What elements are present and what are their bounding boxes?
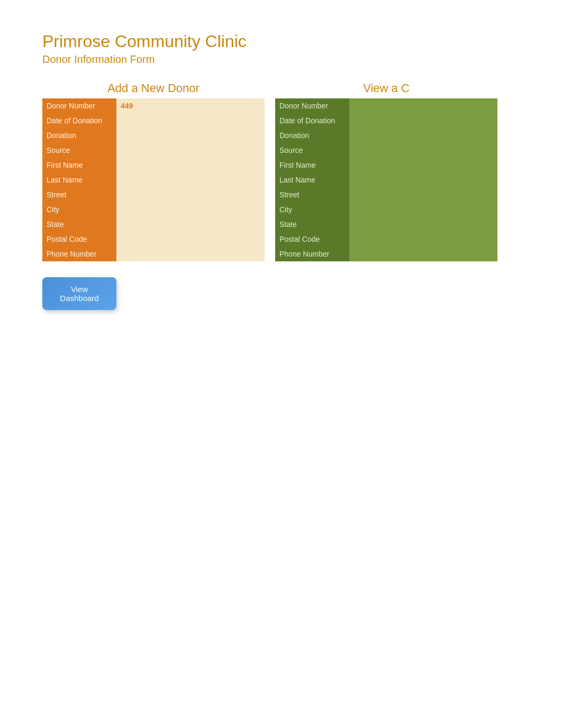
view-date-of-donation-input[interactable] <box>353 117 493 125</box>
add-state-label: State <box>42 217 116 232</box>
view-postal-code-label: Postal Code <box>275 232 349 247</box>
view-phone-number-input[interactable] <box>353 250 493 258</box>
add-state-input[interactable] <box>121 221 260 229</box>
view-donor-header: View a C <box>275 81 497 95</box>
add-street-label: Street <box>42 187 116 202</box>
add-street-cell[interactable] <box>116 187 265 202</box>
add-date-of-donation-cell[interactable] <box>116 113 265 128</box>
view-last-name-label: Last Name <box>275 172 349 187</box>
add-donor-number-cell[interactable]: 449 <box>116 98 265 113</box>
clinic-name: Primrose Community Clinic <box>42 32 520 51</box>
forms-container: Add a New Donor Donor Number449Date of D… <box>42 81 520 261</box>
view-donor-section: View a C Donor NumberDate of DonationDon… <box>275 81 497 261</box>
view-first-name-cell[interactable] <box>349 158 497 172</box>
form-subtitle: Donor Information Form <box>42 53 520 66</box>
add-donation-cell[interactable] <box>116 128 265 143</box>
add-date-of-donation-input[interactable] <box>121 117 260 125</box>
view-source-input[interactable] <box>353 147 493 154</box>
add-date-of-donation-label: Date of Donation <box>42 113 116 128</box>
view-donation-input[interactable] <box>353 132 493 140</box>
view-date-of-donation-cell[interactable] <box>349 113 497 128</box>
view-last-name-input[interactable] <box>353 176 493 184</box>
view-postal-code-input[interactable] <box>353 235 493 243</box>
add-state-cell[interactable] <box>116 217 265 232</box>
view-donor-table: Donor NumberDate of DonationDonationSour… <box>275 98 497 261</box>
view-first-name-input[interactable] <box>353 161 493 169</box>
view-source-cell[interactable] <box>349 143 497 158</box>
add-last-name-input[interactable] <box>121 176 260 184</box>
add-donor-section: Add a New Donor Donor Number449Date of D… <box>42 81 265 261</box>
add-street-input[interactable] <box>121 191 260 199</box>
add-postal-code-label: Postal Code <box>42 232 116 247</box>
add-first-name-cell[interactable] <box>116 158 265 172</box>
view-street-input[interactable] <box>353 191 493 199</box>
view-last-name-cell[interactable] <box>349 172 497 187</box>
add-donor-table: Donor Number449Date of DonationDonationS… <box>42 98 265 261</box>
view-donor-number-input[interactable] <box>353 102 493 110</box>
add-donor-number-label: Donor Number <box>42 98 116 113</box>
view-state-label: State <box>275 217 349 232</box>
view-state-input[interactable] <box>353 221 493 229</box>
add-donation-label: Donation <box>42 128 116 143</box>
view-street-cell[interactable] <box>349 187 497 202</box>
view-phone-number-cell[interactable] <box>349 247 497 261</box>
view-city-input[interactable] <box>353 206 493 214</box>
add-phone-number-input[interactable] <box>121 250 260 258</box>
add-first-name-label: First Name <box>42 158 116 172</box>
add-city-input[interactable] <box>121 206 260 214</box>
add-postal-code-input[interactable] <box>121 235 260 243</box>
view-donor-number-cell[interactable] <box>349 98 497 113</box>
view-postal-code-cell[interactable] <box>349 232 497 247</box>
view-source-label: Source <box>275 143 349 158</box>
add-donation-input[interactable] <box>121 132 260 140</box>
view-first-name-label: First Name <box>275 158 349 172</box>
view-city-label: City <box>275 202 349 217</box>
add-donor-header: Add a New Donor <box>42 81 265 95</box>
add-city-cell[interactable] <box>116 202 265 217</box>
add-last-name-label: Last Name <box>42 172 116 187</box>
add-postal-code-cell[interactable] <box>116 232 265 247</box>
donor-number-value: 449 <box>121 102 133 110</box>
add-source-input[interactable] <box>121 147 260 154</box>
view-phone-number-label: Phone Number <box>275 247 349 261</box>
view-donor-number-label: Donor Number <box>275 98 349 113</box>
view-street-label: Street <box>275 187 349 202</box>
view-donation-label: Donation <box>275 128 349 143</box>
view-date-of-donation-label: Date of Donation <box>275 113 349 128</box>
add-first-name-input[interactable] <box>121 161 260 169</box>
add-phone-number-label: Phone Number <box>42 247 116 261</box>
add-source-cell[interactable] <box>116 143 265 158</box>
add-last-name-cell[interactable] <box>116 172 265 187</box>
view-city-cell[interactable] <box>349 202 497 217</box>
add-city-label: City <box>42 202 116 217</box>
add-source-label: Source <box>42 143 116 158</box>
view-donation-cell[interactable] <box>349 128 497 143</box>
view-dashboard-button[interactable]: ViewDashboard <box>42 277 116 310</box>
button-area: ViewDashboard <box>42 277 520 310</box>
view-state-cell[interactable] <box>349 217 497 232</box>
add-phone-number-cell[interactable] <box>116 247 265 261</box>
